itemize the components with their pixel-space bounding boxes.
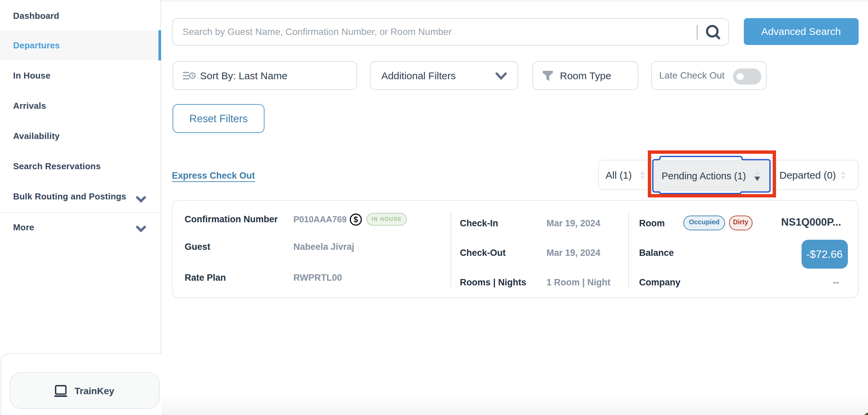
svg-text:$: $ [354,215,358,224]
